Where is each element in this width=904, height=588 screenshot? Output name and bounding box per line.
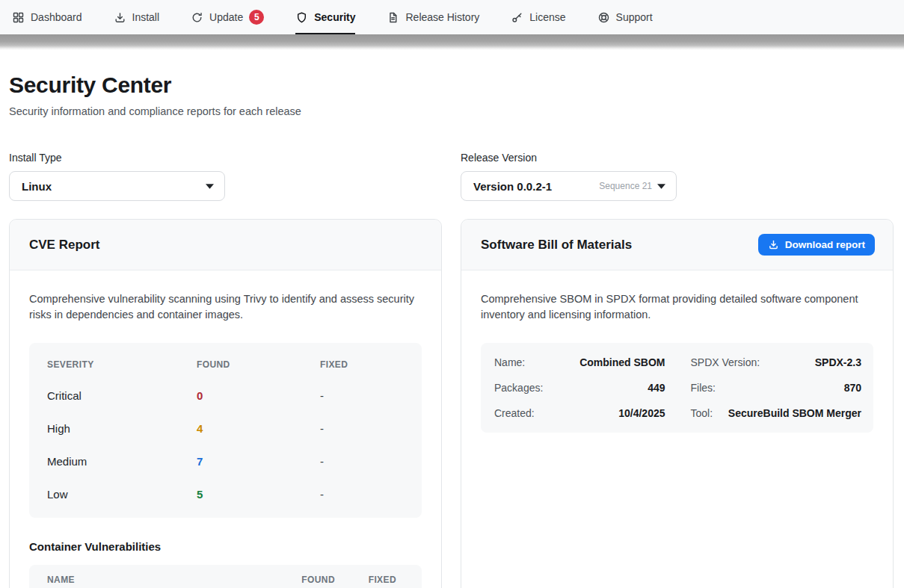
nav-item-license[interactable]: License [511,0,565,34]
severity-found-count: 5 [197,488,320,501]
detail-label: Created: [494,407,535,419]
release-version-select[interactable]: Version 0.0.2-1 Sequence 21 [461,171,677,201]
detail-label: Tool: [691,407,713,419]
severity-found-count: 7 [197,455,320,468]
detail-label: Files: [691,382,716,394]
license-key-icon [511,11,523,24]
severity-found-count: 0 [197,389,320,402]
sbom-detail-pair: Packages: 449 [481,375,677,400]
sequence-label: Sequence 21 [599,181,652,191]
nav-item-dashboard[interactable]: Dashboard [12,0,82,34]
sbom-detail-pair: Files: 870 [677,375,874,400]
main-content: Security Center Security information and… [0,50,904,588]
cve-report-title: CVE Report [29,238,99,253]
sbom-detail-pair: Name: Combined SBOM [481,350,677,375]
nav-item-label: Install [132,11,160,23]
severity-name: Medium [47,455,197,468]
cards-row: CVE Report Comprehensive vulnerability s… [9,219,894,588]
table-row: Packages: 449 Files: 870 [481,375,873,400]
install-type-value: Linux [22,180,52,193]
nav-item-release-history[interactable]: Release History [387,0,479,34]
page-title: Security Center [9,72,894,98]
download-icon [768,239,779,250]
nav-item-support[interactable]: Support [597,0,653,34]
sbom-detail-pair: Created: 10/4/2025 [481,400,677,426]
nav-item-label: Release History [405,11,479,23]
top-nav: Dashboard Install Update 5 Security Rele… [0,0,904,34]
severity-fixed-value: - [320,389,404,402]
fixed-column-header: Fixed [320,359,404,370]
detail-label: Name: [494,356,525,368]
cve-report-description: Comprehensive vulnerability scanning usi… [29,291,422,323]
release-version-field: Release Version Version 0.0.2-1 Sequence… [461,152,894,201]
severity-table: Severity Found Fixed Critical 0 - High 4… [29,343,422,518]
sbom-details-table: Name: Combined SBOM SPDX Version: SPDX-2… [481,343,873,433]
update-icon [191,11,203,24]
nav-item-update[interactable]: Update 5 [191,0,264,34]
severity-fixed-value: - [320,455,404,468]
found-column-header: Found [197,359,320,370]
sbom-detail-pair: Tool: SecureBuild SBOM Merger [677,400,874,426]
security-shield-icon [295,11,308,24]
table-row: Created: 10/4/2025 Tool: SecureBuild SBO… [481,400,873,426]
sbom-body: Comprehensive SBOM in SPDX format provid… [461,270,893,454]
table-row: Critical 0 - [29,379,422,412]
install-type-label: Install Type [9,152,442,164]
severity-found-count: 4 [197,422,320,435]
container-vulnerabilities-table-header: Name Found Fixed [29,565,422,588]
severity-name: Low [47,488,197,501]
sbom-card: Software Bill of Materials Download repo… [461,219,894,588]
severity-table-header: Severity Found Fixed [29,349,422,379]
detail-value: SPDX-2.3 [815,356,861,368]
table-row: Medium 7 - [29,445,422,477]
nav-item-label: License [529,11,565,23]
sbom-detail-pair: SPDX Version: SPDX-2.3 [677,350,874,375]
download-report-button[interactable]: Download report [758,234,875,256]
cve-report-card: CVE Report Comprehensive vulnerability s… [9,219,442,588]
severity-name: Critical [47,389,197,402]
nav-item-label: Update [209,11,243,23]
nav-item-security[interactable]: Security [295,0,355,34]
fixed-column-header: Fixed [335,575,396,585]
update-count-badge: 5 [249,10,264,25]
nav-item-label: Support [616,11,653,23]
nav-shadow [0,34,904,50]
sbom-title: Software Bill of Materials [481,238,632,253]
severity-fixed-value: - [320,422,404,435]
install-type-select[interactable]: Linux [9,171,225,201]
nav-item-label: Security [314,11,355,23]
detail-value: 870 [844,382,861,394]
install-icon [114,11,126,24]
severity-name: High [47,422,197,435]
chevron-down-icon [657,184,665,189]
release-version-label: Release Version [461,152,894,164]
cve-report-header: CVE Report [10,220,441,270]
detail-value: 10/4/2025 [618,407,665,419]
detail-value: SecureBuild SBOM Merger [728,407,861,419]
table-row: Low 5 - [29,477,422,510]
sbom-description: Comprehensive SBOM in SPDX format provid… [481,291,873,323]
nav-item-label: Dashboard [31,11,82,23]
chevron-down-icon [206,184,214,189]
filters-row: Install Type Linux Release Version Versi… [9,152,894,201]
name-column-header: Name [47,575,264,585]
found-column-header: Found [264,575,335,585]
severity-fixed-value: - [320,488,404,501]
severity-column-header: Severity [47,359,197,370]
container-vulnerabilities-title: Container Vulnerabilities [29,540,422,553]
table-row: High 4 - [29,412,422,445]
detail-value: Combined SBOM [579,356,665,368]
table-row: Name: Combined SBOM SPDX Version: SPDX-2… [481,350,873,375]
detail-value: 449 [648,382,665,394]
release-version-value: Version 0.0.2-1 [473,180,552,193]
dashboard-icon [12,11,25,24]
nav-item-install[interactable]: Install [114,0,160,34]
release-history-icon [387,11,399,24]
support-lifebuoy-icon [597,11,610,24]
download-report-label: Download report [785,239,865,250]
install-type-field: Install Type Linux [9,152,442,201]
detail-label: SPDX Version: [691,356,760,368]
detail-label: Packages: [494,382,543,394]
page-subtitle: Security information and compliance repo… [9,105,894,117]
release-version-meta: Sequence 21 [599,181,665,191]
